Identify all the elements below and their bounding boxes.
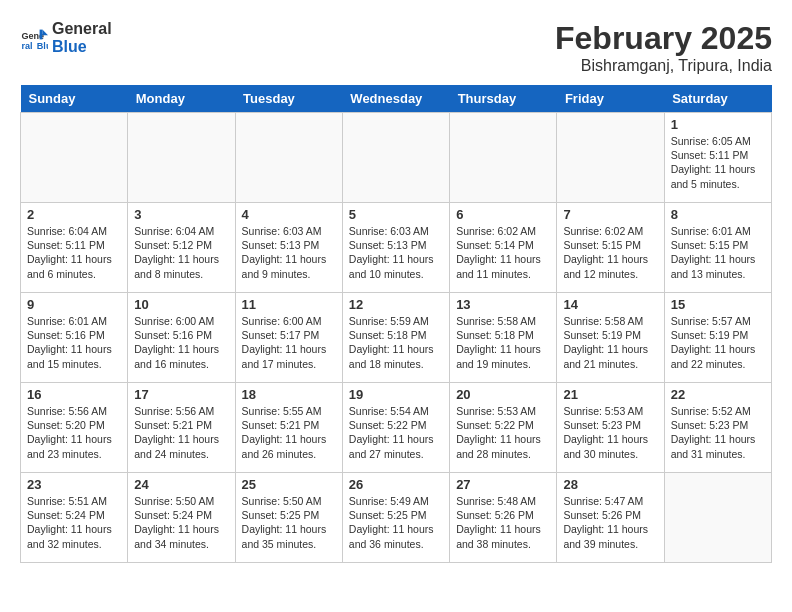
day-info: Daylight: 11 hours and 31 minutes.	[671, 432, 765, 460]
calendar-header-row: SundayMondayTuesdayWednesdayThursdayFrid…	[21, 85, 772, 113]
day-info: Sunrise: 6:02 AM	[563, 224, 657, 238]
day-info: Sunset: 5:16 PM	[27, 328, 121, 342]
day-number: 27	[456, 477, 550, 492]
calendar-cell: 9Sunrise: 6:01 AMSunset: 5:16 PMDaylight…	[21, 293, 128, 383]
day-info: Sunrise: 6:03 AM	[242, 224, 336, 238]
calendar-cell: 4Sunrise: 6:03 AMSunset: 5:13 PMDaylight…	[235, 203, 342, 293]
day-number: 9	[27, 297, 121, 312]
day-number: 20	[456, 387, 550, 402]
day-info: Daylight: 11 hours and 6 minutes.	[27, 252, 121, 280]
calendar-cell: 20Sunrise: 5:53 AMSunset: 5:22 PMDayligh…	[450, 383, 557, 473]
calendar-cell: 13Sunrise: 5:58 AMSunset: 5:18 PMDayligh…	[450, 293, 557, 383]
day-info: Sunrise: 6:04 AM	[27, 224, 121, 238]
calendar-body: 1Sunrise: 6:05 AMSunset: 5:11 PMDaylight…	[21, 113, 772, 563]
calendar-cell: 10Sunrise: 6:00 AMSunset: 5:16 PMDayligh…	[128, 293, 235, 383]
day-number: 28	[563, 477, 657, 492]
day-info: Daylight: 11 hours and 27 minutes.	[349, 432, 443, 460]
calendar-cell: 28Sunrise: 5:47 AMSunset: 5:26 PMDayligh…	[557, 473, 664, 563]
day-number: 8	[671, 207, 765, 222]
day-header-tuesday: Tuesday	[235, 85, 342, 113]
day-info: Sunset: 5:21 PM	[134, 418, 228, 432]
day-info: Daylight: 11 hours and 30 minutes.	[563, 432, 657, 460]
day-info: Sunset: 5:23 PM	[563, 418, 657, 432]
day-info: Sunset: 5:25 PM	[349, 508, 443, 522]
calendar-cell	[557, 113, 664, 203]
day-info: Daylight: 11 hours and 26 minutes.	[242, 432, 336, 460]
page-header: Gene ral Blue General Blue February 2025…	[20, 20, 772, 75]
month-title: February 2025	[555, 20, 772, 57]
day-info: Sunrise: 5:48 AM	[456, 494, 550, 508]
day-info: Daylight: 11 hours and 15 minutes.	[27, 342, 121, 370]
day-info: Sunset: 5:13 PM	[349, 238, 443, 252]
calendar-cell: 1Sunrise: 6:05 AMSunset: 5:11 PMDaylight…	[664, 113, 771, 203]
day-number: 13	[456, 297, 550, 312]
title-area: February 2025 Bishramganj, Tripura, Indi…	[555, 20, 772, 75]
day-info: Sunrise: 5:52 AM	[671, 404, 765, 418]
day-info: Sunrise: 5:58 AM	[456, 314, 550, 328]
calendar-week-4: 16Sunrise: 5:56 AMSunset: 5:20 PMDayligh…	[21, 383, 772, 473]
calendar-cell: 12Sunrise: 5:59 AMSunset: 5:18 PMDayligh…	[342, 293, 449, 383]
day-info: Sunset: 5:19 PM	[563, 328, 657, 342]
day-number: 23	[27, 477, 121, 492]
day-number: 3	[134, 207, 228, 222]
day-number: 25	[242, 477, 336, 492]
day-info: Daylight: 11 hours and 22 minutes.	[671, 342, 765, 370]
day-number: 7	[563, 207, 657, 222]
calendar-cell: 21Sunrise: 5:53 AMSunset: 5:23 PMDayligh…	[557, 383, 664, 473]
calendar-cell: 15Sunrise: 5:57 AMSunset: 5:19 PMDayligh…	[664, 293, 771, 383]
day-header-sunday: Sunday	[21, 85, 128, 113]
calendar-cell: 23Sunrise: 5:51 AMSunset: 5:24 PMDayligh…	[21, 473, 128, 563]
day-info: Sunset: 5:26 PM	[456, 508, 550, 522]
day-number: 24	[134, 477, 228, 492]
day-info: Sunrise: 6:02 AM	[456, 224, 550, 238]
calendar-cell: 26Sunrise: 5:49 AMSunset: 5:25 PMDayligh…	[342, 473, 449, 563]
calendar-cell	[128, 113, 235, 203]
day-info: Sunset: 5:23 PM	[671, 418, 765, 432]
day-info: Daylight: 11 hours and 18 minutes.	[349, 342, 443, 370]
calendar-cell: 5Sunrise: 6:03 AMSunset: 5:13 PMDaylight…	[342, 203, 449, 293]
day-header-thursday: Thursday	[450, 85, 557, 113]
day-info: Sunset: 5:21 PM	[242, 418, 336, 432]
day-info: Sunset: 5:11 PM	[671, 148, 765, 162]
day-number: 17	[134, 387, 228, 402]
day-info: Daylight: 11 hours and 13 minutes.	[671, 252, 765, 280]
day-info: Daylight: 11 hours and 23 minutes.	[27, 432, 121, 460]
day-info: Daylight: 11 hours and 28 minutes.	[456, 432, 550, 460]
day-info: Daylight: 11 hours and 8 minutes.	[134, 252, 228, 280]
day-info: Sunset: 5:19 PM	[671, 328, 765, 342]
day-info: Sunrise: 6:00 AM	[134, 314, 228, 328]
calendar-cell: 22Sunrise: 5:52 AMSunset: 5:23 PMDayligh…	[664, 383, 771, 473]
calendar-week-1: 1Sunrise: 6:05 AMSunset: 5:11 PMDaylight…	[21, 113, 772, 203]
calendar-cell: 6Sunrise: 6:02 AMSunset: 5:14 PMDaylight…	[450, 203, 557, 293]
calendar-cell: 25Sunrise: 5:50 AMSunset: 5:25 PMDayligh…	[235, 473, 342, 563]
day-number: 10	[134, 297, 228, 312]
day-info: Sunset: 5:22 PM	[349, 418, 443, 432]
day-info: Sunset: 5:24 PM	[27, 508, 121, 522]
calendar-cell: 14Sunrise: 5:58 AMSunset: 5:19 PMDayligh…	[557, 293, 664, 383]
day-info: Daylight: 11 hours and 10 minutes.	[349, 252, 443, 280]
day-info: Sunrise: 6:03 AM	[349, 224, 443, 238]
day-info: Sunrise: 6:00 AM	[242, 314, 336, 328]
day-info: Sunrise: 5:50 AM	[242, 494, 336, 508]
day-info: Sunset: 5:15 PM	[563, 238, 657, 252]
day-info: Sunrise: 5:49 AM	[349, 494, 443, 508]
day-info: Daylight: 11 hours and 39 minutes.	[563, 522, 657, 550]
day-info: Sunset: 5:26 PM	[563, 508, 657, 522]
day-info: Sunset: 5:13 PM	[242, 238, 336, 252]
day-info: Sunset: 5:24 PM	[134, 508, 228, 522]
day-info: Daylight: 11 hours and 11 minutes.	[456, 252, 550, 280]
day-info: Sunrise: 5:56 AM	[134, 404, 228, 418]
day-info: Sunrise: 5:53 AM	[563, 404, 657, 418]
svg-marker-2	[42, 29, 48, 35]
calendar-cell: 27Sunrise: 5:48 AMSunset: 5:26 PMDayligh…	[450, 473, 557, 563]
day-info: Sunset: 5:12 PM	[134, 238, 228, 252]
day-info: Sunset: 5:14 PM	[456, 238, 550, 252]
day-number: 19	[349, 387, 443, 402]
day-info: Sunrise: 5:55 AM	[242, 404, 336, 418]
day-number: 1	[671, 117, 765, 132]
day-info: Sunrise: 5:58 AM	[563, 314, 657, 328]
logo: Gene ral Blue General Blue	[20, 20, 112, 55]
day-info: Sunrise: 5:53 AM	[456, 404, 550, 418]
day-info: Sunset: 5:18 PM	[349, 328, 443, 342]
day-info: Daylight: 11 hours and 9 minutes.	[242, 252, 336, 280]
